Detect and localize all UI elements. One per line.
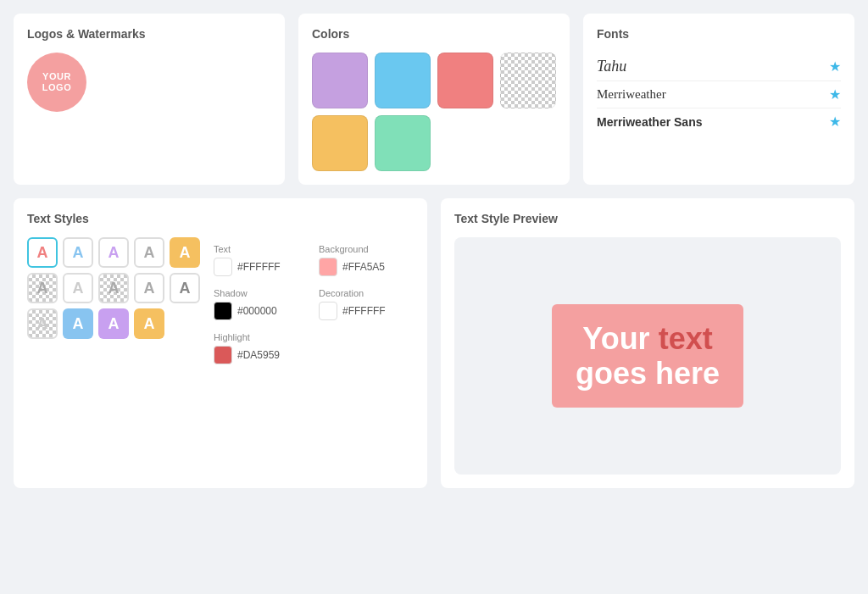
ts-deco-value: #FFFFFF: [342, 305, 386, 317]
font-item-merriweather-sans[interactable]: Merriweather Sans ★: [597, 108, 841, 135]
logo-circle[interactable]: YOUR logo: [27, 53, 86, 112]
ts-swatch-6[interactable]: A: [63, 273, 93, 303]
preview-line1: Your text: [576, 321, 720, 356]
ts-swatch-3[interactable]: A: [134, 237, 164, 268]
fonts-title: Fonts: [597, 27, 841, 41]
text-styles-swatches: A A A A A A A A A A A A A A: [27, 237, 200, 383]
font-name-tahu: Tahu: [597, 58, 626, 75]
preview-word1: Your: [582, 321, 658, 356]
preview-text-box: Your text goes here: [552, 304, 743, 408]
preview-area: Your text goes here: [454, 237, 841, 475]
preview-word2: text: [659, 321, 713, 356]
ts-field-background: Background #FFA5A5: [319, 244, 414, 276]
ts-field-decoration: Decoration #FFFFFF: [319, 288, 414, 320]
font-name-merriweather: Merriweather: [597, 87, 666, 102]
text-styles-fields: Text #FFFFFF Background #FFA5A5: [214, 237, 414, 383]
ts-swatch-7[interactable]: A: [98, 273, 129, 303]
ts-text-label: Text: [214, 244, 309, 254]
logo-text-line2: logo: [42, 82, 71, 93]
ts-swatch-5[interactable]: A: [27, 273, 58, 303]
ts-swatch-12[interactable]: A: [98, 308, 129, 339]
colors-title: Colors: [312, 27, 556, 41]
ts-swatch-8[interactable]: A: [134, 273, 164, 303]
ts-swatch-10[interactable]: A: [27, 308, 58, 339]
ts-text-color-dot[interactable]: [214, 258, 232, 276]
color-swatch-salmon[interactable]: [437, 53, 493, 108]
color-swatch-mint[interactable]: [375, 115, 431, 171]
text-style-preview-panel: Text Style Preview Your text goes here: [441, 198, 854, 488]
ts-shadow-value: #000000: [237, 305, 277, 317]
logos-title: Logos & Watermarks: [27, 27, 271, 41]
logo-text-line1: YOUR: [42, 71, 71, 82]
colors-grid: [312, 53, 556, 171]
ts-highlight-value: #DA5959: [237, 349, 280, 361]
ts-swatch-0[interactable]: A: [27, 237, 58, 268]
ts-swatch-4[interactable]: A: [170, 237, 200, 268]
ts-deco-label: Decoration: [319, 288, 414, 298]
color-swatch-blue[interactable]: [375, 53, 431, 108]
font-item-merriweather[interactable]: Merriweather ★: [597, 81, 841, 108]
ts-highlight-label: Highlight: [214, 332, 309, 342]
ts-highlight-color-dot[interactable]: [214, 346, 232, 364]
ts-swatch-2[interactable]: A: [98, 237, 129, 268]
text-styles-panel: Text Styles A A A A A A A A A A: [14, 198, 427, 488]
star-icon-tahu[interactable]: ★: [829, 58, 841, 75]
ts-swatch-13[interactable]: A: [134, 308, 164, 339]
color-swatch-white[interactable]: [500, 53, 556, 108]
colors-panel: Colors: [298, 14, 570, 185]
font-item-tahu[interactable]: Tahu ★: [597, 53, 841, 81]
ts-swatch-9[interactable]: A: [170, 273, 200, 303]
star-icon-merriweather-sans[interactable]: ★: [829, 114, 841, 130]
ts-shadow-label: Shadow: [214, 288, 309, 298]
ts-field-text: Text #FFFFFF: [214, 244, 309, 276]
ts-swatch-1[interactable]: A: [63, 237, 93, 268]
ts-bg-label: Background: [319, 244, 414, 254]
ts-swatch-11[interactable]: A: [63, 308, 93, 339]
ts-shadow-color-dot[interactable]: [214, 302, 232, 320]
star-icon-merriweather[interactable]: ★: [829, 86, 841, 103]
color-swatch-orange[interactable]: [312, 115, 368, 171]
ts-field-highlight: Highlight #DA5959: [214, 332, 309, 364]
ts-deco-color-dot[interactable]: [319, 302, 337, 320]
fonts-panel: Fonts Tahu ★ Merriweather ★ Merriweather…: [583, 14, 854, 185]
logos-panel: Logos & Watermarks YOUR logo: [14, 14, 285, 185]
ts-bg-color-dot[interactable]: [319, 258, 337, 276]
ts-text-value: #FFFFFF: [237, 261, 281, 273]
preview-line2: goes here: [576, 356, 720, 391]
font-name-merriweather-sans: Merriweather Sans: [597, 115, 703, 129]
preview-title: Text Style Preview: [454, 212, 841, 225]
ts-field-shadow: Shadow #000000: [214, 288, 309, 320]
text-styles-title: Text Styles: [27, 212, 414, 225]
text-styles-content: A A A A A A A A A A A A A A: [27, 237, 414, 383]
color-swatch-purple[interactable]: [312, 53, 368, 108]
ts-bg-value: #FFA5A5: [342, 261, 385, 273]
